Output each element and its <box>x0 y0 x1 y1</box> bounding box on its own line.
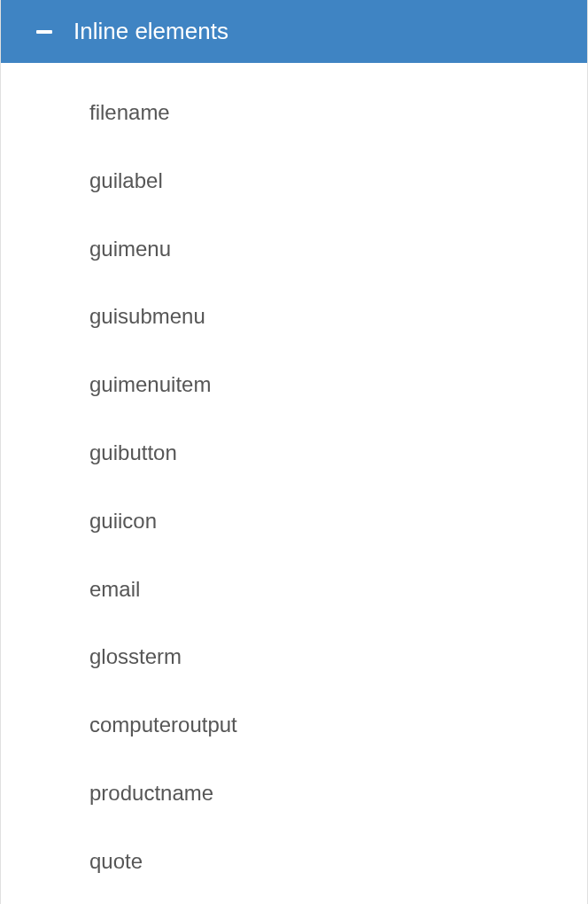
collapsible-panel: Inline elements filename guilabel guimen… <box>0 0 588 904</box>
list-item[interactable]: glossterm <box>1 623 587 691</box>
list-item[interactable]: guilabel <box>1 147 587 215</box>
list-item[interactable]: productname <box>1 760 587 828</box>
panel-header[interactable]: Inline elements <box>1 0 587 63</box>
list-item[interactable]: quote <box>1 828 587 896</box>
list-item[interactable]: filename <box>1 79 587 147</box>
list-item[interactable]: guimenuitem <box>1 351 587 419</box>
list-item[interactable]: guisubmenu <box>1 283 587 351</box>
panel-body: filename guilabel guimenu guisubmenu gui… <box>1 63 587 896</box>
list-item[interactable]: email <box>1 556 587 624</box>
list-item[interactable]: guimenu <box>1 215 587 284</box>
list-item[interactable]: guiicon <box>1 487 587 556</box>
panel-title: Inline elements <box>74 18 228 45</box>
list-item[interactable]: computeroutput <box>1 691 587 760</box>
list-item[interactable]: guibutton <box>1 419 587 487</box>
minus-icon <box>36 30 52 34</box>
